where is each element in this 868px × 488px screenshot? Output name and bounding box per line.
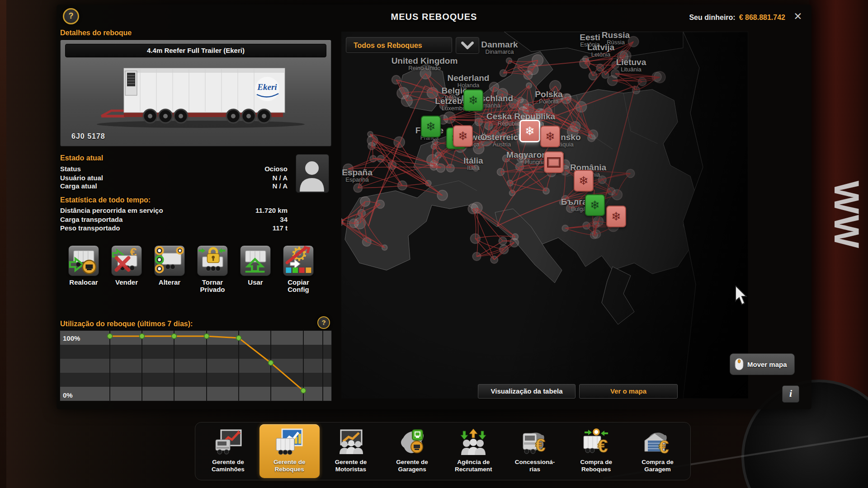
nav-truck-manager[interactable]: Gerente de Caminhões: [198, 424, 258, 478]
mouse-icon: [735, 358, 744, 371]
distance-label: Distância percorrida em serviço: [60, 206, 163, 214]
box-trailer-marker[interactable]: [544, 151, 564, 173]
nav-recruitment-agency[interactable]: Agência de Recrutament: [443, 424, 504, 478]
cargo-count-label: Carga transportada: [60, 216, 123, 223]
svg-text:€: €: [535, 435, 545, 455]
garage-purchase-icon: €: [643, 428, 672, 457]
reefer-trailer-marker[interactable]: ❄: [421, 116, 441, 137]
relocate-button[interactable]: Realocar: [62, 245, 105, 286]
status-row: Status Ocioso: [60, 165, 288, 173]
status-label: Status: [60, 165, 81, 173]
trailer-preview-card: 4.4m Reefer Full Trailer (Ekeri): [60, 40, 331, 146]
trailer-purchase-icon: €: [582, 428, 611, 457]
make-private-button[interactable]: Tornar Privado: [191, 245, 234, 293]
section-title-details: Detalhes do reboque: [60, 29, 132, 37]
garage-manager-icon: [398, 428, 427, 457]
nav-dealers[interactable]: € Concessioná- rias: [505, 424, 565, 478]
trailer-image: Ekeri: [70, 58, 322, 131]
money-label: Seu dinheiro:: [689, 14, 735, 21]
reefer-trailer-marker[interactable]: ❄: [463, 89, 483, 111]
modify-button[interactable]: Alterar: [148, 245, 191, 286]
use-trailer-icon: [241, 246, 269, 275]
info-button[interactable]: i: [782, 385, 799, 403]
close-icon[interactable]: ✕: [792, 10, 804, 23]
move-map-label: Mover mapa: [747, 361, 787, 368]
cargo-count-value: 34: [280, 216, 288, 223]
distance-value: 11.720 km: [255, 206, 288, 214]
sell-button[interactable]: € Vender: [105, 245, 148, 286]
weight-value: 117 t: [273, 224, 288, 232]
avatar: [296, 154, 329, 193]
nav-garage-purchase[interactable]: € Compra de Garagem: [627, 424, 688, 478]
chart-title: Utilização do reboque (últimos 7 dias):: [60, 320, 193, 328]
scene-truck-lettering: WW: [808, 181, 867, 298]
make-private-icon: [198, 246, 226, 275]
chevron-down-icon[interactable]: [456, 37, 479, 54]
weight-label: Peso transportado: [60, 224, 120, 232]
reefer-trailer-marker[interactable]: ❄: [585, 194, 605, 216]
utilization-chart: 100%0%: [60, 331, 331, 401]
scene-left-edge: [0, 0, 6, 488]
reefer-trailer-marker[interactable]: ❄: [574, 170, 594, 192]
driver-manager-icon: [336, 428, 365, 457]
move-map-button[interactable]: Mover mapa: [730, 353, 795, 375]
svg-text:100%: 100%: [63, 334, 80, 342]
current-cargo-row: Carga atual N / A: [60, 182, 288, 190]
money-display: Seu dinheiro:€ 868.881.742: [689, 14, 785, 22]
current-user-value: N / A: [272, 174, 288, 182]
svg-text:0%: 0%: [63, 391, 73, 399]
cargo-count-row: Carga transportada 34: [60, 216, 288, 224]
chart-help-icon[interactable]: ?: [317, 316, 330, 329]
management-nav-bar: Gerente de Caminhões Gerente de Reboques…: [195, 422, 691, 480]
modify-trailer-icon: [155, 246, 184, 275]
current-cargo-label: Carga atual: [60, 182, 97, 190]
trailer-details-panel: Detalhes do reboque 4.4m Reefer Full Tra…: [60, 27, 331, 407]
current-user-row: Usuário atual N / A: [60, 174, 288, 182]
reefer-trailer-marker[interactable]: ❄: [606, 206, 626, 227]
map-view-button[interactable]: Ver o mapa: [579, 384, 678, 399]
reefer-trailer-marker[interactable]: ❄: [453, 125, 473, 147]
trailer-filter-dropdown[interactable]: Todos os Reboques: [346, 37, 452, 53]
svg-text:€: €: [598, 436, 608, 456]
status-value: Ocioso: [264, 165, 288, 173]
trailer-brand-logo: Ekeri: [257, 82, 277, 92]
recruitment-agency-icon: [459, 428, 488, 457]
license-plate: 6J0 5178: [71, 132, 105, 141]
trailer-map: United KingdomReino UnidoDanmarkDinamarc…: [341, 32, 748, 407]
nav-garage-manager[interactable]: Gerente de Garagens: [382, 424, 442, 478]
trailer-manager-icon: [275, 428, 304, 457]
my-trailers-dialog: ? MEUS REBOQUES Seu dinheiro:€ 868.881.7…: [57, 5, 811, 409]
current-user-label: Usuário atual: [60, 174, 103, 182]
copy-config-icon: ⚙: [283, 246, 312, 275]
weight-row: Peso transportado 117 t: [60, 224, 288, 232]
distance-row: Distância percorrida em serviço 11.720 k…: [60, 206, 288, 215]
svg-text:€: €: [659, 437, 669, 457]
copy-config-button[interactable]: ⚙ Copiar Config: [277, 245, 320, 293]
sell-trailer-icon: €: [112, 246, 141, 275]
trailer-name: 4.4m Reefer Full Trailer (Ekeri): [65, 44, 326, 57]
trailer-actions: Realocar € Vender: [62, 245, 331, 313]
reefer-trailer-marker[interactable]: ❄: [540, 126, 560, 147]
truck-manager-icon: [214, 428, 243, 457]
selected-reefer-trailer-marker[interactable]: ❄: [519, 120, 540, 142]
nav-trailer-purchase[interactable]: € Compra de Reboques: [566, 424, 626, 478]
current-cargo-value: N / A: [272, 182, 288, 190]
table-view-button[interactable]: Visualização da tabela: [478, 384, 576, 399]
section-title-stats: Estatística de todo tempo:: [60, 196, 151, 204]
money-value: € 868.881.742: [739, 14, 785, 21]
section-title-status: Estado atual: [60, 154, 103, 162]
europe-map-canvas[interactable]: [341, 32, 748, 399]
nav-driver-manager[interactable]: Gerente de Motoristas: [321, 424, 381, 478]
use-button[interactable]: Usar: [234, 245, 277, 286]
dealers-icon: €: [520, 428, 549, 457]
nav-trailer-manager[interactable]: Gerente de Reboques: [259, 424, 320, 478]
relocate-trailer-icon: [69, 246, 98, 275]
